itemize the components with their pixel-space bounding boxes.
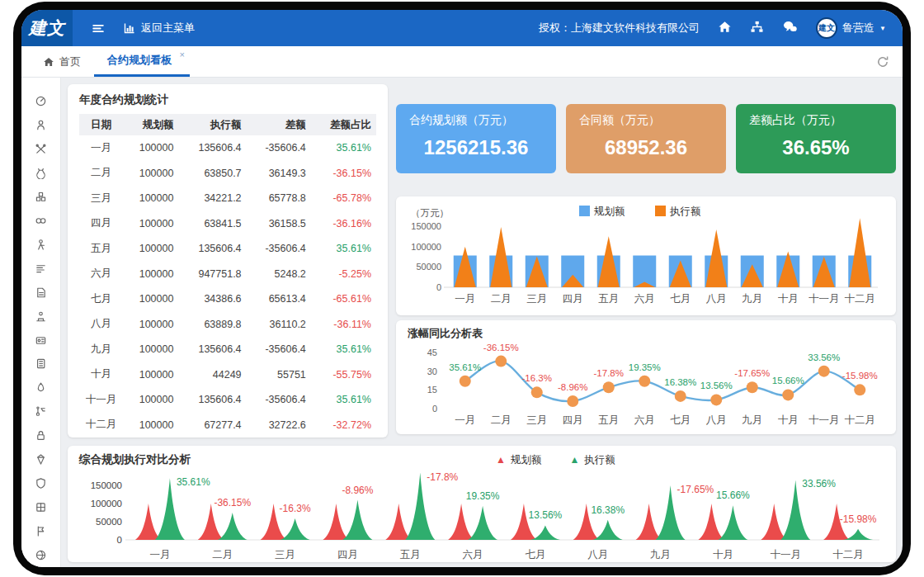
- supply-chain-icon: [35, 215, 47, 227]
- cell-month: 四月: [79, 211, 123, 237]
- ledger-icon: [35, 357, 47, 370]
- table-title: 年度合约规划统计: [79, 92, 376, 107]
- svg-text:-8.96%: -8.96%: [342, 485, 373, 496]
- cell-executed: 63850.7: [178, 161, 246, 187]
- kpi-contract-plan-card: 合约规划额（万元） 1256215.36: [396, 104, 556, 173]
- cell-diff: 65778.8: [247, 186, 311, 211]
- close-tab-icon[interactable]: ×: [180, 50, 185, 59]
- bar-chart-icon: [123, 21, 136, 35]
- svg-text:十月: 十月: [713, 549, 733, 560]
- sidebar-item-safety[interactable]: [21, 376, 60, 400]
- legend-label: 规划额: [511, 453, 542, 467]
- cell-executed: 63841.5: [178, 211, 246, 237]
- cell-planned: 100000: [123, 337, 178, 362]
- cell-executed: 135606.4: [178, 236, 246, 262]
- user-name: 鲁营造: [842, 21, 874, 35]
- sidebar-item-supply-chain[interactable]: [21, 209, 60, 233]
- cell-month: 十月: [79, 362, 123, 388]
- cell-diff: -35606.4: [247, 387, 311, 413]
- svg-text:19.35%: 19.35%: [629, 362, 661, 372]
- svg-text:45: 45: [427, 348, 437, 357]
- hamburger-menu-button[interactable]: [91, 21, 105, 35]
- sidebar-item-funds[interactable]: [21, 161, 60, 185]
- sidebar-item-process[interactable]: [21, 400, 60, 423]
- sidebar-item-labor[interactable]: [21, 233, 60, 257]
- app-logo: 建文: [21, 10, 73, 46]
- table-row: 九月100000135606.4-35606.435.61%: [79, 337, 376, 362]
- sidebar-item-tools[interactable]: [21, 137, 60, 161]
- svg-text:-16.3%: -16.3%: [522, 373, 552, 383]
- cell-month: 七月: [79, 286, 123, 312]
- cell-month: 八月: [79, 312, 123, 338]
- certificate-icon: [35, 334, 47, 347]
- refresh-button[interactable]: [876, 46, 903, 77]
- svg-text:13.56%: 13.56%: [529, 509, 563, 521]
- svg-text:二月: 二月: [491, 293, 512, 305]
- sidebar-item-quality[interactable]: [21, 447, 60, 471]
- sidebar-item-training[interactable]: [21, 305, 60, 329]
- wechat-button[interactable]: [782, 20, 798, 36]
- svg-text:八月: 八月: [706, 293, 727, 305]
- bottom-chart-legend: ▲规划额▲执行额: [496, 453, 615, 467]
- svg-text:50000: 50000: [96, 517, 122, 527]
- home-icon: [718, 20, 732, 34]
- training-icon: [35, 310, 47, 323]
- sidebar-item-ledger[interactable]: [21, 352, 60, 376]
- cell-executed: 34221.2: [178, 186, 246, 211]
- svg-text:七月: 七月: [670, 293, 691, 305]
- svg-text:九月: 九月: [742, 414, 762, 426]
- legend-label: 执行额: [584, 453, 615, 467]
- cell-pct: -32.72%: [311, 413, 376, 438]
- sidebar-item-security-lock[interactable]: [21, 423, 60, 447]
- cell-planned: 100000: [123, 286, 178, 312]
- svg-text:八月: 八月: [706, 414, 727, 426]
- tab-contract-dashboard[interactable]: 合约规划看板 ×: [94, 46, 190, 77]
- svg-text:九月: 九月: [650, 549, 671, 560]
- annual-plan-table-card: 年度合约规划统计 日期规划额执行额差额差额占比 一月100000135606.4…: [68, 84, 388, 437]
- cell-planned: 100000: [123, 312, 178, 338]
- cell-month: 十一月: [79, 387, 123, 413]
- svg-text:30: 30: [427, 367, 437, 376]
- home-nav-button[interactable]: [718, 20, 732, 36]
- back-to-main-menu-button[interactable]: 返回主菜单: [123, 21, 195, 35]
- triangle-icon: ▲: [496, 454, 506, 466]
- svg-text:16.38%: 16.38%: [664, 377, 696, 387]
- cell-planned: 100000: [123, 362, 178, 388]
- sidebar-item-milestone-flag[interactable]: [21, 519, 60, 543]
- org-structure-button[interactable]: [750, 20, 764, 36]
- cell-diff: -35606.4: [247, 337, 311, 362]
- hamburger-icon: [91, 21, 105, 35]
- kpi-contract-amount-card: 合同额（万元） 68952.36: [566, 104, 726, 173]
- sidebar-item-progress[interactable]: [21, 257, 60, 281]
- svg-text:五月: 五月: [400, 549, 421, 560]
- cell-month: 一月: [79, 135, 123, 161]
- svg-text:二月: 二月: [212, 549, 233, 560]
- svg-text:-36.15%: -36.15%: [483, 343, 519, 352]
- sidebar-item-risk-shield[interactable]: [21, 471, 60, 495]
- cell-executed: 947751.8: [178, 262, 246, 287]
- table-row: 六月100000947751.85248.2-5.25%: [79, 262, 376, 287]
- sidebar-item-contract-doc[interactable]: [21, 281, 60, 305]
- sidebar-item-dashboard[interactable]: [21, 89, 60, 113]
- svg-text:三月: 三月: [526, 293, 547, 305]
- main-area: 年度合约规划统计 日期规划额执行额差额差额占比 一月100000135606.4…: [21, 78, 903, 567]
- sidebar-item-portal[interactable]: [21, 543, 60, 567]
- cell-month: 九月: [79, 337, 123, 362]
- svg-text:-8.96%: -8.96%: [558, 382, 587, 392]
- svg-text:-15.98%: -15.98%: [840, 513, 877, 525]
- table-header: 日期规划额执行额差额差额占比: [79, 114, 376, 135]
- svg-text:六月: 六月: [463, 549, 483, 560]
- svg-text:13.56%: 13.56%: [700, 381, 733, 390]
- svg-text:六月: 六月: [634, 414, 655, 426]
- tab-home[interactable]: 首页: [30, 46, 94, 77]
- sidebar-item-materials[interactable]: [21, 495, 60, 519]
- cell-pct: 35.61%: [311, 236, 376, 262]
- sidebar-item-hr[interactable]: [21, 113, 60, 137]
- cell-pct: 35.61%: [311, 337, 376, 362]
- cell-executed: 135606.4: [178, 387, 246, 413]
- cell-month: 三月: [79, 186, 123, 211]
- sidebar-item-certificate[interactable]: [21, 329, 60, 352]
- cell-diff: -35606.4: [247, 135, 311, 161]
- user-menu[interactable]: 建文 鲁营造 ▼: [816, 17, 886, 39]
- sidebar-item-assets[interactable]: [21, 185, 60, 209]
